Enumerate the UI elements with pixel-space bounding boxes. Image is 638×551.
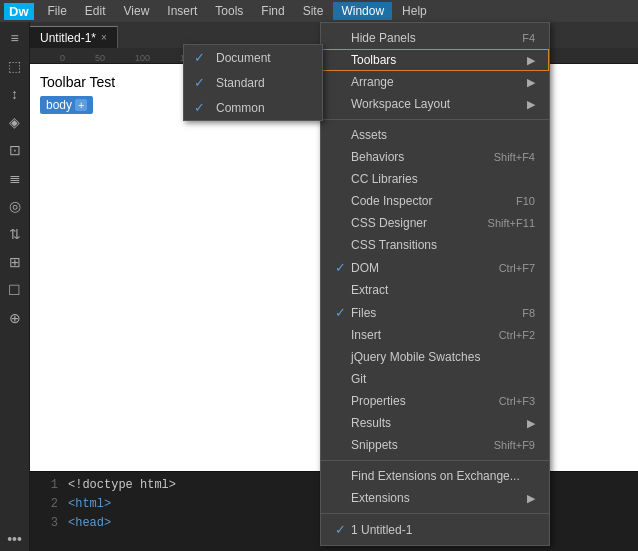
sidebar-icon-11[interactable]: ⊕ <box>3 306 27 330</box>
sidebar-icon-3[interactable]: ↕ <box>3 82 27 106</box>
menu-insert[interactable]: Insert <box>159 2 205 20</box>
code-text-1: <!doctype html> <box>68 476 176 495</box>
tab-close-button[interactable]: × <box>101 32 107 43</box>
main-area: ≡ ⬚ ↕ ◈ ⊡ ≣ ◎ ⇅ ⊞ ☐ ⊕ ••• Untitled-1* × … <box>0 22 638 551</box>
code-panel: 1 <!doctype html> 2 <html> 3 <head> <box>30 471 638 551</box>
editor-content[interactable]: Toolbar Test body + <box>30 64 638 471</box>
code-text-3: <head> <box>68 514 111 533</box>
tab-untitled[interactable]: Untitled-1* × <box>30 26 118 48</box>
editor-title: Toolbar Test <box>40 74 628 90</box>
line-num-3: 3 <box>38 514 58 533</box>
content-area: Untitled-1* × 0 50 100 150 200 250 Toolb… <box>30 22 638 551</box>
menu-view[interactable]: View <box>116 2 158 20</box>
code-line-1: 1 <!doctype html> <box>38 476 630 495</box>
sidebar: ≡ ⬚ ↕ ◈ ⊡ ≣ ◎ ⇅ ⊞ ☐ ⊕ ••• <box>0 22 30 551</box>
sidebar-icon-4[interactable]: ◈ <box>3 110 27 134</box>
sidebar-icon-7[interactable]: ◎ <box>3 194 27 218</box>
body-tag-label: body <box>46 98 72 112</box>
menu-file[interactable]: File <box>40 2 75 20</box>
app-logo: Dw <box>4 3 34 20</box>
menu-bar: Dw File Edit View Insert Tools Find Site… <box>0 0 638 22</box>
sidebar-icon-8[interactable]: ⇅ <box>3 222 27 246</box>
sidebar-icon-more[interactable]: ••• <box>3 527 27 551</box>
tab-label: Untitled-1* <box>40 31 96 45</box>
menu-site[interactable]: Site <box>295 2 332 20</box>
line-num-1: 1 <box>38 476 58 495</box>
sidebar-icon-2[interactable]: ⬚ <box>3 54 27 78</box>
menu-help[interactable]: Help <box>394 2 435 20</box>
body-plus-button[interactable]: + <box>75 99 87 111</box>
tab-bar: Untitled-1* × <box>30 22 638 48</box>
menu-find[interactable]: Find <box>253 2 292 20</box>
menu-edit[interactable]: Edit <box>77 2 114 20</box>
sidebar-icon-1[interactable]: ≡ <box>3 26 27 50</box>
code-text-2: <html> <box>68 495 111 514</box>
sidebar-icon-10[interactable]: ☐ <box>3 278 27 302</box>
sidebar-icon-5[interactable]: ⊡ <box>3 138 27 162</box>
code-line-3: 3 <head> <box>38 514 630 533</box>
menu-tools[interactable]: Tools <box>207 2 251 20</box>
body-tag[interactable]: body + <box>40 96 93 114</box>
line-num-2: 2 <box>38 495 58 514</box>
sidebar-icon-9[interactable]: ⊞ <box>3 250 27 274</box>
menu-window[interactable]: Window <box>333 2 392 20</box>
ruler: 0 50 100 150 200 250 <box>30 48 638 64</box>
code-line-2: 2 <html> <box>38 495 630 514</box>
sidebar-icon-6[interactable]: ≣ <box>3 166 27 190</box>
